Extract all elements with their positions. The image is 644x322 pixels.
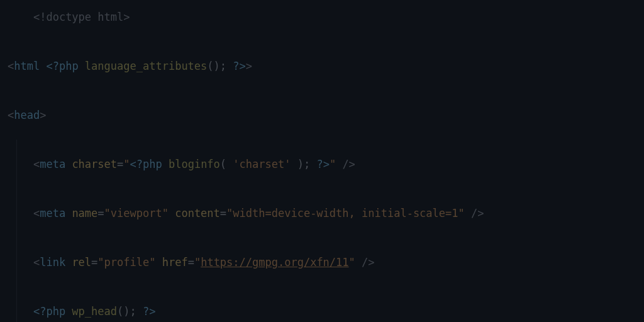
code-line: <html <?php language_attributes(); ?>> — [0, 42, 644, 91]
code-editor[interactable]: <!doctype html> <html <?php language_att… — [0, 0, 644, 314]
code-line: <link rel="profile" href="https://gmpg.o… — [0, 238, 644, 287]
code-line: <head> — [0, 91, 644, 140]
code-line: <!doctype html> — [0, 0, 644, 42]
code-line: <?php wp_head(); ?> — [0, 287, 644, 322]
code-line: <meta charset="<?php bloginfo( 'charset'… — [0, 140, 644, 189]
link-url[interactable]: https://gmpg.org/xfn/11 — [201, 256, 348, 269]
code-line: <meta name="viewport" content="width=dev… — [0, 189, 644, 238]
